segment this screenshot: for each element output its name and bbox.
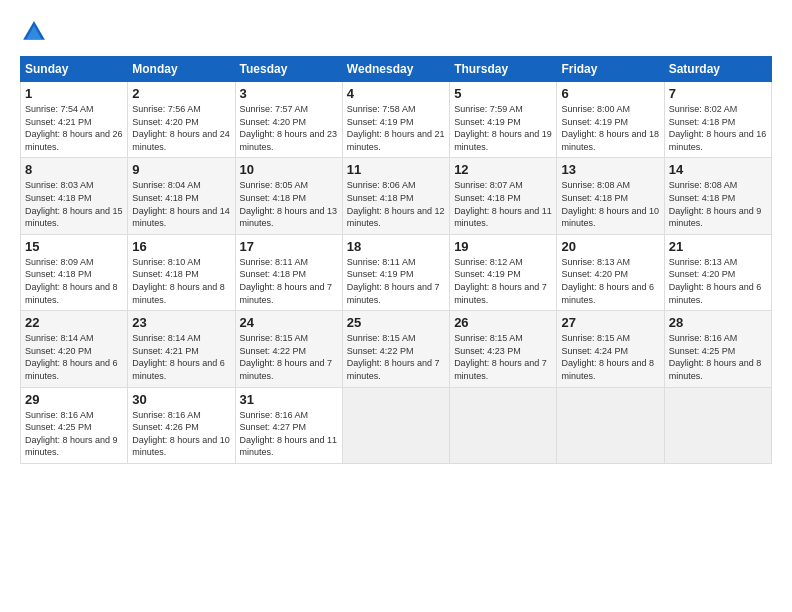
calendar-cell xyxy=(557,387,664,463)
calendar-cell: 11Sunrise: 8:06 AM Sunset: 4:18 PM Dayli… xyxy=(342,158,449,234)
calendar-cell: 26Sunrise: 8:15 AM Sunset: 4:23 PM Dayli… xyxy=(450,311,557,387)
calendar-cell: 5Sunrise: 7:59 AM Sunset: 4:19 PM Daylig… xyxy=(450,82,557,158)
header xyxy=(20,18,772,46)
cell-info: Sunrise: 8:08 AM Sunset: 4:18 PM Dayligh… xyxy=(561,179,659,229)
week-row-5: 29Sunrise: 8:16 AM Sunset: 4:25 PM Dayli… xyxy=(21,387,772,463)
calendar-cell: 6Sunrise: 8:00 AM Sunset: 4:19 PM Daylig… xyxy=(557,82,664,158)
day-number: 28 xyxy=(669,315,767,330)
col-header-thursday: Thursday xyxy=(450,57,557,82)
day-number: 10 xyxy=(240,162,338,177)
calendar-cell: 22Sunrise: 8:14 AM Sunset: 4:20 PM Dayli… xyxy=(21,311,128,387)
cell-info: Sunrise: 8:12 AM Sunset: 4:19 PM Dayligh… xyxy=(454,256,552,306)
day-number: 6 xyxy=(561,86,659,101)
calendar-cell: 16Sunrise: 8:10 AM Sunset: 4:18 PM Dayli… xyxy=(128,234,235,310)
cell-info: Sunrise: 8:15 AM Sunset: 4:23 PM Dayligh… xyxy=(454,332,552,382)
cell-info: Sunrise: 8:16 AM Sunset: 4:27 PM Dayligh… xyxy=(240,409,338,459)
calendar-cell: 19Sunrise: 8:12 AM Sunset: 4:19 PM Dayli… xyxy=(450,234,557,310)
calendar-cell xyxy=(664,387,771,463)
calendar-cell: 18Sunrise: 8:11 AM Sunset: 4:19 PM Dayli… xyxy=(342,234,449,310)
col-header-wednesday: Wednesday xyxy=(342,57,449,82)
day-number: 14 xyxy=(669,162,767,177)
cell-info: Sunrise: 8:08 AM Sunset: 4:18 PM Dayligh… xyxy=(669,179,767,229)
page: SundayMondayTuesdayWednesdayThursdayFrid… xyxy=(0,0,792,612)
week-row-1: 1Sunrise: 7:54 AM Sunset: 4:21 PM Daylig… xyxy=(21,82,772,158)
day-number: 22 xyxy=(25,315,123,330)
calendar-cell: 4Sunrise: 7:58 AM Sunset: 4:19 PM Daylig… xyxy=(342,82,449,158)
week-row-4: 22Sunrise: 8:14 AM Sunset: 4:20 PM Dayli… xyxy=(21,311,772,387)
day-number: 16 xyxy=(132,239,230,254)
logo-icon xyxy=(20,18,48,46)
week-row-2: 8Sunrise: 8:03 AM Sunset: 4:18 PM Daylig… xyxy=(21,158,772,234)
day-number: 4 xyxy=(347,86,445,101)
calendar-cell: 21Sunrise: 8:13 AM Sunset: 4:20 PM Dayli… xyxy=(664,234,771,310)
col-header-tuesday: Tuesday xyxy=(235,57,342,82)
logo xyxy=(20,18,52,46)
cell-info: Sunrise: 8:14 AM Sunset: 4:20 PM Dayligh… xyxy=(25,332,123,382)
cell-info: Sunrise: 7:59 AM Sunset: 4:19 PM Dayligh… xyxy=(454,103,552,153)
calendar-cell: 31Sunrise: 8:16 AM Sunset: 4:27 PM Dayli… xyxy=(235,387,342,463)
cell-info: Sunrise: 8:11 AM Sunset: 4:18 PM Dayligh… xyxy=(240,256,338,306)
calendar-cell: 17Sunrise: 8:11 AM Sunset: 4:18 PM Dayli… xyxy=(235,234,342,310)
day-number: 19 xyxy=(454,239,552,254)
cell-info: Sunrise: 8:16 AM Sunset: 4:26 PM Dayligh… xyxy=(132,409,230,459)
calendar-cell: 29Sunrise: 8:16 AM Sunset: 4:25 PM Dayli… xyxy=(21,387,128,463)
calendar-cell: 3Sunrise: 7:57 AM Sunset: 4:20 PM Daylig… xyxy=(235,82,342,158)
cell-info: Sunrise: 8:05 AM Sunset: 4:18 PM Dayligh… xyxy=(240,179,338,229)
cell-info: Sunrise: 8:13 AM Sunset: 4:20 PM Dayligh… xyxy=(669,256,767,306)
day-number: 7 xyxy=(669,86,767,101)
calendar-cell: 1Sunrise: 7:54 AM Sunset: 4:21 PM Daylig… xyxy=(21,82,128,158)
day-number: 31 xyxy=(240,392,338,407)
calendar-cell: 8Sunrise: 8:03 AM Sunset: 4:18 PM Daylig… xyxy=(21,158,128,234)
cell-info: Sunrise: 8:03 AM Sunset: 4:18 PM Dayligh… xyxy=(25,179,123,229)
day-number: 29 xyxy=(25,392,123,407)
calendar-cell xyxy=(342,387,449,463)
cell-info: Sunrise: 8:15 AM Sunset: 4:24 PM Dayligh… xyxy=(561,332,659,382)
day-number: 11 xyxy=(347,162,445,177)
calendar-table: SundayMondayTuesdayWednesdayThursdayFrid… xyxy=(20,56,772,464)
col-header-saturday: Saturday xyxy=(664,57,771,82)
day-number: 27 xyxy=(561,315,659,330)
day-number: 17 xyxy=(240,239,338,254)
col-header-friday: Friday xyxy=(557,57,664,82)
cell-info: Sunrise: 8:14 AM Sunset: 4:21 PM Dayligh… xyxy=(132,332,230,382)
calendar-cell: 13Sunrise: 8:08 AM Sunset: 4:18 PM Dayli… xyxy=(557,158,664,234)
day-number: 24 xyxy=(240,315,338,330)
cell-info: Sunrise: 8:15 AM Sunset: 4:22 PM Dayligh… xyxy=(240,332,338,382)
cell-info: Sunrise: 8:10 AM Sunset: 4:18 PM Dayligh… xyxy=(132,256,230,306)
day-number: 8 xyxy=(25,162,123,177)
cell-info: Sunrise: 8:06 AM Sunset: 4:18 PM Dayligh… xyxy=(347,179,445,229)
calendar-cell: 15Sunrise: 8:09 AM Sunset: 4:18 PM Dayli… xyxy=(21,234,128,310)
calendar-cell: 20Sunrise: 8:13 AM Sunset: 4:20 PM Dayli… xyxy=(557,234,664,310)
calendar-cell: 7Sunrise: 8:02 AM Sunset: 4:18 PM Daylig… xyxy=(664,82,771,158)
calendar-cell: 9Sunrise: 8:04 AM Sunset: 4:18 PM Daylig… xyxy=(128,158,235,234)
cell-info: Sunrise: 8:09 AM Sunset: 4:18 PM Dayligh… xyxy=(25,256,123,306)
calendar-cell: 24Sunrise: 8:15 AM Sunset: 4:22 PM Dayli… xyxy=(235,311,342,387)
cell-info: Sunrise: 8:16 AM Sunset: 4:25 PM Dayligh… xyxy=(669,332,767,382)
day-number: 21 xyxy=(669,239,767,254)
day-number: 13 xyxy=(561,162,659,177)
calendar-cell: 30Sunrise: 8:16 AM Sunset: 4:26 PM Dayli… xyxy=(128,387,235,463)
day-number: 20 xyxy=(561,239,659,254)
day-number: 5 xyxy=(454,86,552,101)
calendar-cell xyxy=(450,387,557,463)
cell-info: Sunrise: 7:58 AM Sunset: 4:19 PM Dayligh… xyxy=(347,103,445,153)
header-row: SundayMondayTuesdayWednesdayThursdayFrid… xyxy=(21,57,772,82)
calendar-cell: 10Sunrise: 8:05 AM Sunset: 4:18 PM Dayli… xyxy=(235,158,342,234)
day-number: 30 xyxy=(132,392,230,407)
week-row-3: 15Sunrise: 8:09 AM Sunset: 4:18 PM Dayli… xyxy=(21,234,772,310)
cell-info: Sunrise: 8:11 AM Sunset: 4:19 PM Dayligh… xyxy=(347,256,445,306)
cell-info: Sunrise: 7:56 AM Sunset: 4:20 PM Dayligh… xyxy=(132,103,230,153)
calendar-cell: 12Sunrise: 8:07 AM Sunset: 4:18 PM Dayli… xyxy=(450,158,557,234)
calendar-cell: 25Sunrise: 8:15 AM Sunset: 4:22 PM Dayli… xyxy=(342,311,449,387)
day-number: 2 xyxy=(132,86,230,101)
cell-info: Sunrise: 8:13 AM Sunset: 4:20 PM Dayligh… xyxy=(561,256,659,306)
col-header-monday: Monday xyxy=(128,57,235,82)
calendar-cell: 23Sunrise: 8:14 AM Sunset: 4:21 PM Dayli… xyxy=(128,311,235,387)
cell-info: Sunrise: 8:07 AM Sunset: 4:18 PM Dayligh… xyxy=(454,179,552,229)
day-number: 1 xyxy=(25,86,123,101)
cell-info: Sunrise: 8:04 AM Sunset: 4:18 PM Dayligh… xyxy=(132,179,230,229)
cell-info: Sunrise: 7:54 AM Sunset: 4:21 PM Dayligh… xyxy=(25,103,123,153)
day-number: 15 xyxy=(25,239,123,254)
day-number: 23 xyxy=(132,315,230,330)
cell-info: Sunrise: 8:02 AM Sunset: 4:18 PM Dayligh… xyxy=(669,103,767,153)
